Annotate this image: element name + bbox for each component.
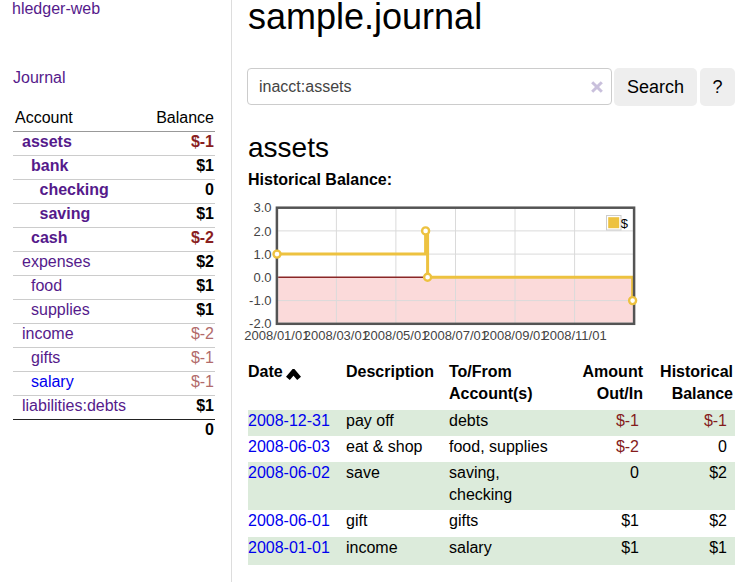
svg-text:2008/07/01: 2008/07/01 <box>423 328 488 343</box>
svg-text:1.0: 1.0 <box>253 247 271 262</box>
svg-text:2008/05/01: 2008/05/01 <box>363 328 428 343</box>
svg-text:2008/03/01: 2008/03/01 <box>304 328 369 343</box>
svg-text:-1.0: -1.0 <box>249 293 271 308</box>
svg-text:3.0: 3.0 <box>253 200 271 215</box>
svg-text:$: $ <box>621 216 629 231</box>
svg-text:2008/01/01: 2008/01/01 <box>244 328 309 343</box>
svg-text:2008/11/01: 2008/11/01 <box>543 328 607 343</box>
svg-text:0.0: 0.0 <box>253 270 271 285</box>
svg-text:2.0: 2.0 <box>253 224 271 239</box>
svg-text:2008/09/01: 2008/09/01 <box>482 328 547 343</box>
